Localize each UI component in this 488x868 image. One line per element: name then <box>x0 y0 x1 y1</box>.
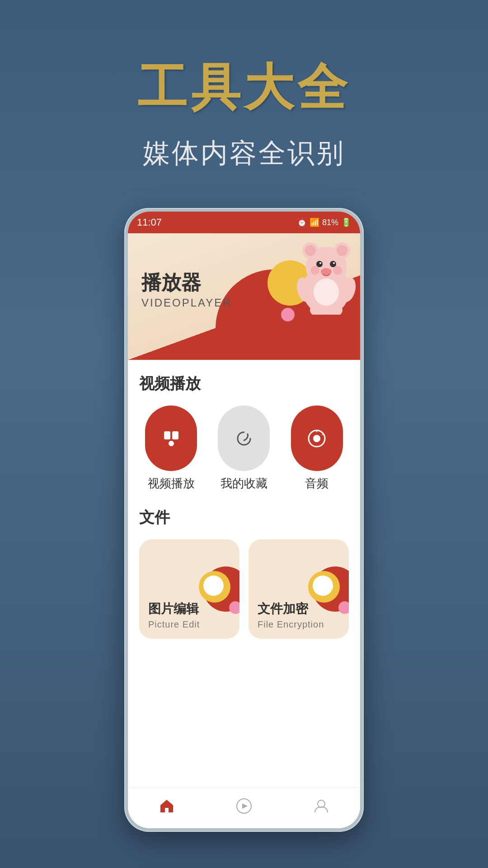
video-play-icon <box>145 406 197 471</box>
file-section: 文件 图片编辑 Picture Edit <box>139 507 349 639</box>
video-section-title: 视频播放 <box>139 373 349 394</box>
home-icon <box>159 798 175 818</box>
status-bar: 11:07 ⏰ 📶 81% 🔋 <box>128 212 360 233</box>
nav-home[interactable] <box>128 788 205 828</box>
file-encrypt-subtitle: File Encryption <box>258 619 340 630</box>
audio-label: 音频 <box>305 476 328 491</box>
alarm-icon: ⏰ <box>297 217 307 227</box>
favorites-icon <box>218 406 270 471</box>
svg-point-23 <box>313 435 320 442</box>
card1-deco-white <box>203 576 224 596</box>
svg-rect-19 <box>164 431 170 439</box>
hero-section: 播放器 VIDEOPLAYER <box>128 233 360 360</box>
file-encrypt-card[interactable]: 文件加密 File Encryption <box>249 539 349 639</box>
favorites-label: 我的收藏 <box>221 476 267 491</box>
hero-title-cn: 播放器 <box>141 269 201 296</box>
picture-edit-card[interactable]: 图片编辑 Picture Edit <box>139 539 239 639</box>
nav-user[interactable] <box>283 788 360 828</box>
audio-icon <box>291 406 343 471</box>
bottom-nav <box>128 788 360 828</box>
svg-point-17 <box>314 278 339 306</box>
svg-point-5 <box>337 245 347 256</box>
svg-point-12 <box>333 266 342 275</box>
main-content: 视频播放 视频播放 <box>128 360 360 788</box>
status-time: 11:07 <box>137 217 162 228</box>
file-cards-row: 图片编辑 Picture Edit 文件加密 File Encryption <box>139 539 349 639</box>
video-buttons-row: 视频播放 我的收藏 <box>139 406 349 491</box>
hero-title-en: VIDEOPLAYER <box>141 297 232 309</box>
hero-deco-pink <box>281 308 295 321</box>
svg-point-7 <box>330 261 336 267</box>
card1-deco-pink <box>229 601 239 614</box>
svg-point-26 <box>318 800 325 807</box>
svg-point-6 <box>316 261 323 267</box>
file-encrypt-title: 文件加密 <box>258 600 340 618</box>
phone-frame: 11:07 ⏰ 📶 81% 🔋 <box>124 208 364 832</box>
picture-edit-subtitle: Picture Edit <box>148 619 230 630</box>
svg-marker-25 <box>242 803 248 809</box>
signal-icon: 📶 <box>310 217 319 227</box>
status-icons: ⏰ 📶 81% 🔋 <box>297 217 351 227</box>
battery-indicator: 81% <box>322 218 338 227</box>
audio-button[interactable]: 音频 <box>285 406 349 491</box>
nav-play[interactable] <box>205 788 282 828</box>
phone-inner: 11:07 ⏰ 📶 81% 🔋 <box>128 212 360 828</box>
picture-edit-title: 图片编辑 <box>148 600 230 618</box>
svg-rect-20 <box>172 431 178 439</box>
file-section-title: 文件 <box>139 507 349 528</box>
page-subtitle: 媒体内容全识别 <box>143 135 345 172</box>
user-icon <box>313 798 329 818</box>
svg-point-3 <box>305 245 316 256</box>
svg-point-9 <box>333 262 335 264</box>
svg-point-11 <box>310 266 319 275</box>
favorites-button[interactable]: 我的收藏 <box>212 406 276 491</box>
page-title: 工具大全 <box>137 54 351 122</box>
svg-point-21 <box>169 441 174 446</box>
battery-icon: 🔋 <box>341 217 351 227</box>
play-icon <box>236 798 252 818</box>
video-play-button[interactable]: 视频播放 <box>139 406 203 491</box>
hero-bear-illustration <box>295 238 358 315</box>
card2-deco-white <box>313 576 333 596</box>
card2-deco-pink <box>338 601 349 614</box>
video-play-label: 视频播放 <box>148 476 195 491</box>
svg-point-8 <box>319 262 321 264</box>
